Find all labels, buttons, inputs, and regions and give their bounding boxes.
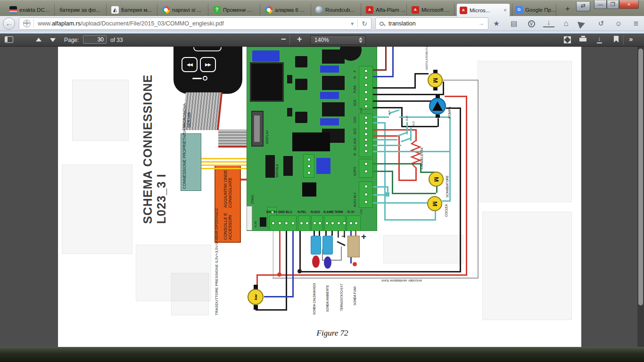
terminal-enc [269, 215, 297, 231]
tab-active[interactable]: A Micros... × [456, 3, 510, 16]
divider [289, 35, 290, 45]
go-arrow-icon[interactable]: → [479, 20, 488, 27]
next-page-icon[interactable] [50, 38, 56, 42]
pocket-icon[interactable]: ∨ [526, 18, 537, 29]
schema-title: SCHEMA CONNESSIONE L023_3 I [141, 59, 168, 224]
orange-box-line: AGGIUNTIVI ONDE CONVOGLIATE [223, 168, 232, 208]
tab-3[interactable]: ◭ Батерия м... [108, 3, 157, 16]
divider [33, 19, 34, 28]
roundcube-favicon [315, 6, 323, 14]
hello-smiley-icon[interactable]: ☺ [613, 18, 624, 29]
back-button[interactable]: ← [3, 17, 15, 30]
wire-term-gray [341, 247, 342, 260]
pdf-toolbar: Page: 30 of 33 − + 140% ↓ » [0, 33, 644, 47]
orange-box-line: CONSOLLE E ACCESSORI [223, 209, 232, 240]
shopping-bag-favicon [9, 6, 17, 14]
wire-v2po [373, 163, 420, 165]
close-tab-icon[interactable]: × [504, 7, 507, 14]
nav-toolbar: ← www.alfaplam.rs/upload/Document/File/2… [0, 16, 644, 31]
reload-icon[interactable]: ↻ [358, 20, 371, 27]
presentation-mode-icon[interactable] [564, 36, 571, 43]
tab-1[interactable]: exakta DC... [7, 3, 55, 16]
wire-tc-blue [350, 257, 352, 263]
share-icon[interactable] [578, 18, 589, 29]
auc-label: AUC [405, 113, 408, 121]
page-number-input[interactable]: 30 [83, 35, 107, 44]
tab-7[interactable]: Roundcub... [313, 3, 361, 16]
conn-label-aux: AUX2 AL3 [353, 182, 356, 207]
tab-5[interactable]: ? Промени ... [210, 3, 260, 16]
wire-sca [438, 118, 439, 127]
bookmark-star-icon[interactable]: ★ [491, 18, 502, 29]
figure-caption: Figure 72 [290, 329, 375, 338]
more-tools-icon[interactable]: » [629, 35, 633, 43]
translate-favicon: G [515, 6, 523, 14]
wire-coc [449, 116, 451, 201]
search-icon [380, 22, 384, 26]
wire-bar-red [256, 274, 279, 276]
print-icon[interactable] [579, 36, 586, 41]
url-dropdown-icon[interactable]: ▼ [347, 21, 357, 26]
strip-label-npel: N.PEL [297, 210, 312, 214]
ald-label: ALD [412, 118, 415, 127]
minimize-button[interactable]: — [594, 0, 607, 9]
new-tab-button[interactable]: + [562, 4, 573, 15]
close-button[interactable]: × [619, 0, 639, 9]
ventilatore-fumi-label: VENTILATORE FUMI [425, 47, 428, 70]
watermark-shape [72, 80, 129, 141]
tab-label: Roundcub... [325, 7, 355, 13]
connector [283, 156, 293, 176]
bookmarks-menu-icon[interactable]: ▤ [508, 18, 520, 29]
zoom-out-icon[interactable]: − [281, 34, 286, 44]
pompa-pump [429, 98, 446, 115]
tab-label: аларма 6 ... [275, 7, 305, 13]
conn-label-n2: N [353, 151, 356, 156]
wire-f [385, 47, 387, 71]
previous-page-icon[interactable] [36, 38, 41, 41]
downloads-icon[interactable]: ↓ [543, 18, 554, 27]
transformer [250, 62, 284, 102]
motor-stub [433, 70, 438, 73]
terminal-v2po [359, 159, 373, 178]
search-icon-handle [383, 24, 386, 26]
sidebar-toggle-icon[interactable] [5, 36, 13, 43]
relay [322, 49, 345, 64]
tab-label: батерии за фо... [59, 7, 100, 13]
tab-switcher-button[interactable]: ⇄ [576, 2, 590, 11]
pump-triangle-icon [432, 101, 443, 111]
scrollbar-thumb[interactable] [638, 49, 643, 305]
scrollbar-track[interactable] [637, 47, 644, 347]
wire-al1 [373, 145, 401, 146]
tab-9[interactable]: A Microsoft ... [409, 3, 454, 16]
tab-8[interactable]: A Alfa-Plam ... [363, 3, 407, 16]
wire-v2po [373, 171, 392, 172]
sync-icon[interactable]: ↺ [595, 18, 607, 29]
tab-2[interactable]: батерии за фо... [57, 3, 107, 16]
strip-label-tc: -Tc 5+ [346, 210, 361, 214]
conn-label-v2po: V2/PO [353, 161, 356, 176]
wire-enc-white [272, 231, 274, 278]
ribbon-header [247, 206, 252, 230]
triangle-logo-favicon: ◭ [111, 6, 119, 14]
wire-tc-red [355, 231, 356, 236]
maximize-button[interactable]: ❐ [607, 0, 619, 9]
search-input[interactable]: translation [388, 20, 416, 27]
zoom-in-icon[interactable]: + [297, 34, 302, 44]
teal-box-line: CONNESSIONE [182, 159, 200, 189]
search-bar[interactable]: translation → [375, 17, 488, 30]
wire-gnd-black [256, 309, 287, 311]
url-bar[interactable]: www.alfaplam.rs/upload/Document/File/201… [19, 17, 372, 30]
tab-4[interactable]: napravi si ... [159, 3, 208, 16]
toolbar-icons: ★ ▤ ∨ ↓ ⌂ ↺ ☺ ≡ [491, 18, 642, 29]
download-icon[interactable]: ↓ [597, 35, 602, 43]
tab-6[interactable]: аларма 6 ... [262, 3, 311, 16]
tab-label: exakta DC... [19, 7, 49, 13]
home-icon[interactable]: ⌂ [561, 18, 572, 29]
thermocouple-tip [353, 262, 357, 266]
bookmark-view-icon[interactable] [614, 36, 619, 42]
menu-hamburger-icon[interactable]: ≡ [630, 18, 642, 29]
motor-m: M [431, 201, 438, 206]
zoom-select[interactable]: 140% [310, 35, 366, 45]
tab-11[interactable]: G Google Пр... [512, 3, 556, 16]
wire-coc [373, 122, 384, 123]
